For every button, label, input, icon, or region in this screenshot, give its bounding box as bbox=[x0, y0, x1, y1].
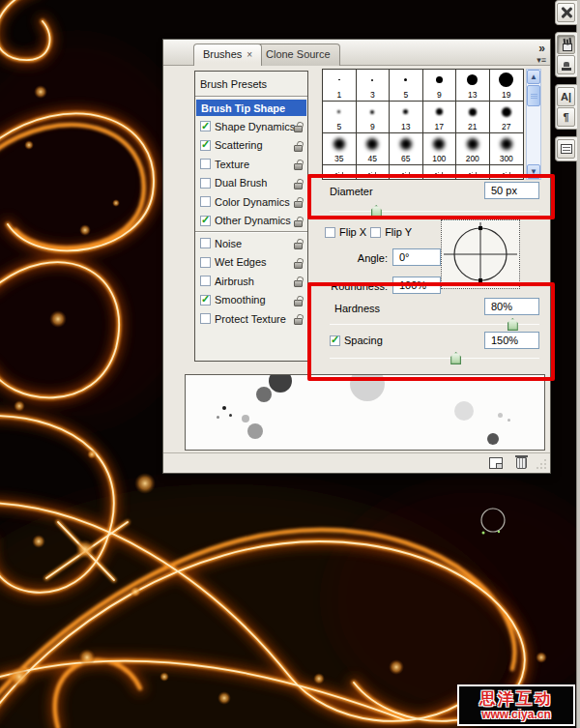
tab-clone-source[interactable]: Clone Source bbox=[256, 44, 340, 66]
checkbox[interactable]: ✓ bbox=[200, 216, 211, 226]
grid-scrollbar[interactable]: ▲ ▼ bbox=[526, 69, 541, 180]
checkbox[interactable] bbox=[200, 313, 211, 324]
diameter-input[interactable]: 50 px bbox=[484, 182, 539, 199]
spacing-slider[interactable] bbox=[330, 352, 539, 364]
tool-presets-icon[interactable] bbox=[557, 3, 575, 22]
brush-preset[interactable]: 65 bbox=[390, 133, 423, 165]
hardness-slider[interactable] bbox=[330, 318, 539, 331]
brush-preset[interactable]: 100 bbox=[423, 133, 457, 165]
checkbox[interactable] bbox=[200, 238, 211, 248]
lock-icon[interactable] bbox=[294, 145, 303, 152]
panel-bottom-bar bbox=[163, 452, 550, 473]
lock-icon[interactable] bbox=[294, 262, 303, 269]
checkbox[interactable] bbox=[200, 196, 211, 207]
checkbox[interactable] bbox=[200, 276, 211, 286]
resize-grip[interactable] bbox=[536, 458, 547, 470]
list-item-scattering[interactable]: ✓Scattering bbox=[195, 136, 307, 156]
roundness-label: Roundness: bbox=[299, 280, 388, 292]
lock-icon[interactable] bbox=[294, 183, 303, 189]
list-item-smoothing[interactable]: ✓Smoothing bbox=[195, 291, 307, 310]
spacing-input[interactable]: 150% bbox=[484, 332, 539, 349]
brushes-panel: Brushes× Clone Source » ▾≡ Brush Presets… bbox=[162, 39, 551, 474]
spacing-checkbox[interactable]: ✓ bbox=[330, 335, 340, 346]
hardness-slider-thumb[interactable] bbox=[508, 318, 518, 331]
brush-preset[interactable] bbox=[456, 165, 490, 180]
flip-y-label: Flip Y bbox=[385, 226, 412, 238]
close-tab-icon[interactable]: × bbox=[246, 49, 252, 60]
brush-preset[interactable] bbox=[423, 165, 457, 180]
list-item-shape-dynamics[interactable]: ✓Shape Dynamics bbox=[195, 117, 307, 136]
diameter-slider-thumb[interactable] bbox=[371, 205, 382, 218]
angle-input[interactable]: 0° bbox=[392, 248, 441, 266]
checkbox[interactable]: ✓ bbox=[200, 140, 211, 151]
checkbox[interactable]: ✓ bbox=[200, 121, 211, 131]
brush-preset[interactable]: 5 bbox=[390, 70, 423, 102]
brush-stroke-preview bbox=[185, 374, 545, 451]
delete-brush-button[interactable] bbox=[516, 457, 527, 469]
lock-icon[interactable] bbox=[294, 243, 303, 249]
list-item-wet-edges[interactable]: Wet Edges bbox=[195, 253, 307, 273]
scroll-up-icon[interactable]: ▲ bbox=[527, 70, 540, 84]
brush-preset[interactable] bbox=[390, 165, 423, 180]
flip-x-checkbox[interactable] bbox=[325, 227, 335, 238]
brush-preset[interactable]: 200 bbox=[456, 133, 490, 165]
list-item-dual-brush[interactable]: Dual Brush bbox=[195, 174, 307, 193]
brush-preset[interactable]: 9 bbox=[423, 70, 457, 102]
brush-preset[interactable]: 17 bbox=[423, 102, 457, 133]
character-icon[interactable]: A| bbox=[557, 87, 575, 106]
flip-y-checkbox[interactable] bbox=[370, 227, 381, 238]
lock-icon[interactable] bbox=[294, 163, 303, 170]
brush-preset[interactable]: 3 bbox=[357, 70, 391, 102]
brush-preset[interactable]: 19 bbox=[490, 70, 524, 102]
collapse-dock-icon[interactable]: » bbox=[538, 42, 544, 55]
list-item-noise[interactable]: Noise bbox=[195, 234, 307, 253]
layer-comps-icon[interactable] bbox=[557, 139, 575, 159]
watermark-url: www.ciya.cn bbox=[481, 709, 551, 720]
list-item-airbrush[interactable]: Airbrush bbox=[195, 272, 307, 291]
lock-icon[interactable] bbox=[294, 201, 303, 208]
spacing-slider-thumb[interactable] bbox=[450, 352, 461, 364]
hardness-input[interactable]: 80% bbox=[484, 298, 539, 315]
checkbox[interactable]: ✓ bbox=[200, 295, 211, 306]
new-brush-button[interactable] bbox=[489, 457, 503, 469]
list-item-color-dynamics[interactable]: Color Dynamics bbox=[195, 192, 307, 212]
lock-icon[interactable] bbox=[294, 300, 303, 306]
scroll-down-icon[interactable]: ▼ bbox=[527, 164, 540, 179]
brush-preset[interactable]: 300 bbox=[490, 133, 524, 165]
angle-roundness-diagram bbox=[442, 220, 519, 288]
scrollbar-thumb[interactable] bbox=[527, 85, 540, 106]
brush-preset[interactable] bbox=[490, 165, 524, 180]
tab-brushes[interactable]: Brushes× bbox=[193, 44, 262, 66]
clone-source-icon[interactable] bbox=[557, 55, 575, 74]
list-item-texture[interactable]: Texture bbox=[195, 155, 307, 174]
brush-preset[interactable]: 13 bbox=[390, 102, 423, 133]
brush-preset[interactable]: 9 bbox=[357, 102, 391, 133]
brush-angle-preview[interactable] bbox=[441, 219, 520, 289]
brush-preset[interactable]: 27 bbox=[490, 102, 524, 133]
brush-preset[interactable]: 45 bbox=[357, 133, 391, 165]
brushes-icon[interactable] bbox=[557, 35, 575, 54]
list-item-brush-tip-shape[interactable]: Brush Tip Shape bbox=[196, 100, 306, 116]
brush-preset[interactable] bbox=[357, 165, 391, 180]
lock-icon[interactable] bbox=[294, 126, 303, 132]
checkbox[interactable] bbox=[200, 159, 211, 169]
brush-preset[interactable]: 5 bbox=[323, 102, 357, 133]
lock-icon[interactable] bbox=[294, 220, 303, 227]
brush-preset[interactable] bbox=[323, 165, 357, 180]
spacing-label: Spacing bbox=[344, 335, 383, 346]
list-item-protect-texture[interactable]: Protect Texture bbox=[195, 309, 307, 329]
brush-preset[interactable]: 35 bbox=[323, 133, 357, 165]
paragraph-icon[interactable]: ¶ bbox=[557, 107, 575, 127]
list-item-other-dynamics[interactable]: ✓Other Dynamics bbox=[195, 212, 307, 231]
lock-icon[interactable] bbox=[294, 318, 303, 325]
diameter-slider[interactable] bbox=[330, 205, 539, 218]
brush-preset[interactable]: 13 bbox=[456, 70, 490, 102]
roundness-input[interactable]: 100% bbox=[392, 277, 441, 294]
list-item-brush-presets[interactable]: Brush Presets bbox=[195, 73, 307, 95]
checkbox[interactable] bbox=[200, 257, 211, 268]
brush-preset[interactable]: 1 bbox=[323, 70, 357, 102]
checkbox[interactable] bbox=[200, 178, 211, 189]
brush-preset-grid: 1 3 5 9 13 19 5 9 13 17 21 27 35 45 65 1… bbox=[322, 69, 524, 180]
brush-preset[interactable]: 21 bbox=[456, 102, 490, 133]
panel-menu-icon[interactable]: ▾≡ bbox=[536, 55, 546, 65]
